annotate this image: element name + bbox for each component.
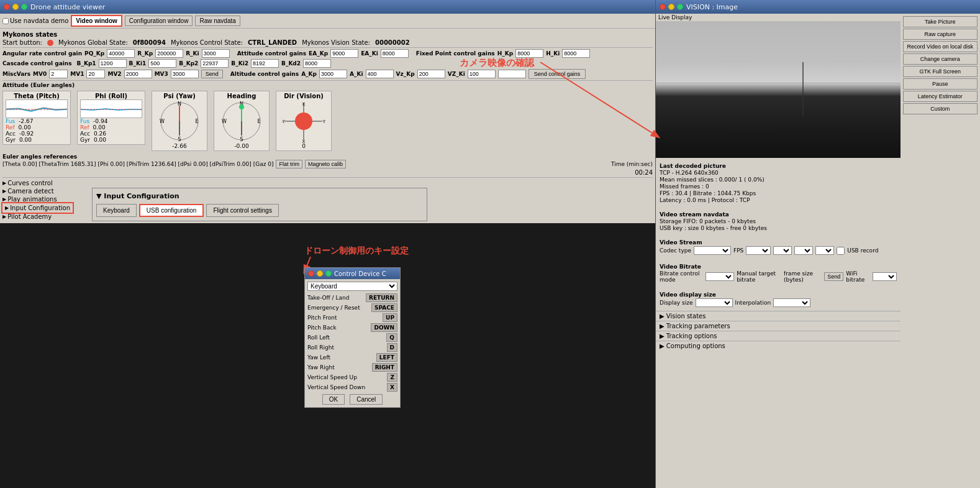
yaw-left-row: Yaw Left LEFT bbox=[307, 353, 397, 362]
cancel-btn[interactable]: Cancel bbox=[350, 394, 383, 405]
svg-text:S: S bbox=[178, 137, 181, 142]
states-values-row: Start button: Mykonos Global State: 0f80… bbox=[2, 39, 653, 46]
MV1-input[interactable] bbox=[86, 70, 105, 78]
jp-annotation-1: カメラ映像の確認 bbox=[460, 57, 534, 69]
wifi-bitrate-select[interactable] bbox=[873, 272, 897, 281]
send-control-gains-btn[interactable]: Send control gains bbox=[529, 69, 586, 79]
R_Ki-input[interactable] bbox=[202, 49, 230, 58]
pause-btn[interactable]: Pause bbox=[903, 78, 978, 90]
raw-capture-btn[interactable]: Raw capture bbox=[903, 29, 978, 40]
B_Kd2-input[interactable] bbox=[303, 59, 331, 68]
fps-select[interactable] bbox=[746, 246, 771, 255]
device-select[interactable]: Keyboard bbox=[307, 282, 397, 291]
EA_Kp-input[interactable] bbox=[330, 49, 358, 58]
EA_Ki-input[interactable] bbox=[381, 49, 409, 58]
display-size-select[interactable] bbox=[696, 298, 733, 307]
B_Ki2-input[interactable] bbox=[251, 59, 279, 68]
time-display: 00:24 bbox=[2, 169, 653, 176]
codec-type-select[interactable] bbox=[694, 246, 731, 255]
live-display-label: Live Display bbox=[656, 14, 901, 21]
Vz_Kp-input[interactable] bbox=[417, 70, 445, 78]
vspeed-up-row: Vertical Speed Up Z bbox=[307, 373, 397, 382]
MV0-input[interactable] bbox=[49, 70, 68, 78]
svg-text:W: W bbox=[160, 119, 165, 124]
record-video-btn[interactable]: Record Video on local disk bbox=[903, 41, 978, 52]
input-config-item[interactable]: ▶ Input Configuration bbox=[2, 203, 73, 213]
svg-text:X: X bbox=[302, 102, 306, 107]
led-red bbox=[47, 40, 53, 46]
bitrate-mode-select[interactable] bbox=[706, 272, 734, 281]
computing-options-section[interactable]: ▶ Computing options bbox=[656, 341, 901, 351]
PQ_Kp-input[interactable] bbox=[107, 49, 135, 58]
vision-close[interactable] bbox=[660, 4, 666, 10]
dialog-close[interactable] bbox=[308, 270, 314, 277]
tracking-params-section[interactable]: ▶ Tracking parameters bbox=[656, 321, 901, 331]
vision-buttons-col: Take Picture Raw capture Record Video on… bbox=[901, 14, 980, 488]
H_Ki-input[interactable] bbox=[562, 49, 590, 58]
ok-btn[interactable]: OK bbox=[322, 394, 345, 405]
keyboard-tab[interactable]: Keyboard bbox=[96, 204, 137, 217]
svg-text:E: E bbox=[195, 119, 198, 124]
send-miscvars-btn[interactable]: Send bbox=[201, 70, 223, 78]
flight-control-tab[interactable]: Flight control settings bbox=[206, 204, 279, 217]
miscvars-row: MiscVars MV0 MV1 MV2 MV3 Send Altitude c… bbox=[2, 69, 653, 79]
mykonos-states-row: Mykonos states bbox=[2, 31, 653, 38]
vision-states-section[interactable]: ▶ Vision states bbox=[656, 311, 901, 321]
tracking-options-section[interactable]: ▶ Tracking options bbox=[656, 331, 901, 341]
H_Kp-input[interactable] bbox=[515, 49, 543, 58]
send-bitrate-btn[interactable]: Send bbox=[824, 272, 843, 281]
drone-title: Drone attitude viewer bbox=[30, 3, 105, 11]
latency-estimator-btn[interactable]: Latency Estimator bbox=[903, 91, 978, 102]
vision-stream-info: Video Stream Codec type FPS USB record bbox=[656, 234, 901, 259]
video-window-btn[interactable]: Video window bbox=[71, 15, 122, 27]
B_Kp1-input[interactable] bbox=[99, 59, 127, 68]
fps-select4[interactable] bbox=[815, 246, 834, 255]
dialog-minimize[interactable] bbox=[317, 270, 323, 277]
psi-panel: Psi (Yaw) N E S W bbox=[152, 91, 207, 151]
svg-text:Y: Y bbox=[322, 119, 325, 124]
dir-display: X Y X -Y bbox=[282, 99, 325, 143]
take-picture-btn[interactable]: Take Picture bbox=[903, 16, 978, 27]
navdata-checkbox[interactable]: Use navdata demo bbox=[2, 17, 68, 24]
fps-select2[interactable] bbox=[773, 246, 792, 255]
vision-decoded-info: Last decoded picture TCP - H.264 640x360… bbox=[656, 158, 901, 206]
close-button[interactable] bbox=[4, 4, 10, 10]
phi-chart bbox=[80, 99, 142, 118]
heading-panel: Heading N E S W bbox=[214, 91, 270, 151]
magneto-calib-btn[interactable]: Magneto calib bbox=[305, 160, 346, 168]
A_Kp-input[interactable] bbox=[319, 70, 347, 78]
config-window-btn[interactable]: Configuration window bbox=[125, 16, 193, 26]
A_Ki-input[interactable] bbox=[366, 70, 394, 78]
curves-control-item[interactable]: ▶ Curves control bbox=[2, 179, 653, 187]
raw-navdata-btn[interactable]: Raw navdata bbox=[195, 16, 240, 26]
svg-point-23 bbox=[295, 113, 312, 130]
usb-config-tab[interactable]: USB configuration bbox=[139, 204, 204, 217]
svg-text:S: S bbox=[240, 137, 243, 142]
MV3-input[interactable] bbox=[171, 70, 199, 78]
svg-text:X: X bbox=[302, 139, 306, 143]
B_Ki1-input[interactable] bbox=[148, 59, 176, 68]
vision-window: VISION : Image Live Display Last decoded… bbox=[655, 0, 980, 488]
minimize-button[interactable] bbox=[12, 4, 19, 10]
B_Kp2-input[interactable] bbox=[201, 59, 229, 68]
custom-btn[interactable]: Custom bbox=[903, 103, 978, 114]
flat-trim-btn[interactable]: Flat trim bbox=[276, 160, 302, 168]
fps-select3[interactable] bbox=[794, 246, 813, 255]
interpolation-select[interactable] bbox=[773, 298, 810, 307]
R_Kp-input[interactable] bbox=[155, 49, 183, 58]
VZ_Ki-input[interactable] bbox=[468, 70, 496, 78]
change-camera-btn[interactable]: Change camera bbox=[903, 53, 978, 65]
vision-maximize[interactable] bbox=[677, 4, 683, 10]
MV2-input[interactable] bbox=[124, 70, 152, 78]
alt-extra-input[interactable] bbox=[498, 70, 526, 78]
maximize-button[interactable] bbox=[21, 4, 27, 10]
control-device-dialog: Control Device C Keyboard Take-Off / Lan… bbox=[304, 267, 401, 408]
vision-left: Live Display Last decoded picture TCP - … bbox=[656, 14, 901, 488]
svg-text:W: W bbox=[222, 119, 227, 124]
dialog-maximize[interactable] bbox=[325, 270, 332, 277]
vision-minimize[interactable] bbox=[668, 4, 674, 10]
gtk-fullscreen-btn[interactable]: GTK Full Screen bbox=[903, 66, 978, 77]
input-config-panel-title: ▼ Input Configuration bbox=[96, 192, 423, 200]
euler-ref-section: Euler angles references [Theta 0.00] [Th… bbox=[2, 154, 653, 176]
usb-record-check[interactable] bbox=[837, 247, 845, 255]
